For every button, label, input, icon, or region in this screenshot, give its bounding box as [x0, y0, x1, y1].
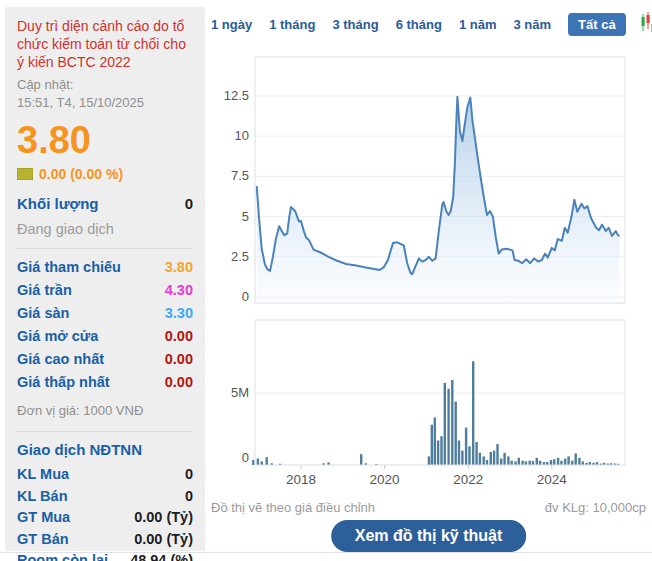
chart-footnotes: Đồ thị vẽ theo giá điều chỉnh đv KLg: 10… — [211, 500, 646, 515]
reference-row-label: Giá mở cửa — [17, 328, 98, 344]
svg-text:12.5: 12.5 — [224, 88, 249, 103]
time-range-buttons: 1 ngày1 tháng3 tháng6 tháng1 năm3 năm — [211, 17, 551, 32]
reference-row: Giá cao nhất0.00 — [17, 347, 193, 370]
price-change-value: 0.00 (0.00 %) — [39, 166, 123, 182]
reference-row: Giá trần4.30 — [17, 278, 193, 301]
range-button[interactable]: 6 tháng — [396, 17, 442, 32]
reference-row: Giá tham chiếu3.80 — [17, 255, 193, 278]
range-button-all[interactable]: Tất cả — [568, 13, 626, 36]
foreign-row-label: KL Mua — [17, 466, 69, 482]
svg-text:2018: 2018 — [286, 472, 316, 487]
update-time: 15:51, T4, 15/10/2025 — [17, 95, 144, 110]
reference-row-label: Giá trần — [17, 282, 72, 298]
foreign-trade-header: Giao dịch NĐTNN — [17, 441, 193, 458]
foreign-row-value: 48.94 (%) — [130, 552, 193, 561]
divider — [17, 431, 193, 432]
technical-chart-button[interactable]: Xem đồ thị kỹ thuật — [331, 520, 527, 552]
volume-value: 0 — [185, 195, 193, 212]
reference-row: Giá thấp nhất0.00 — [17, 370, 193, 393]
foreign-row: KL Bán0 — [17, 485, 193, 507]
update-info: Cập nhật: 15:51, T4, 15/10/2025 — [17, 76, 193, 114]
svg-text:2024: 2024 — [537, 472, 568, 487]
alert-title[interactable]: Duy trì diện cảnh cáo do tổ chức kiểm to… — [17, 17, 193, 72]
reference-row-value: 4.30 — [165, 282, 193, 298]
foreign-row-label: GT Bán — [17, 531, 69, 547]
svg-text:5: 5 — [242, 209, 249, 224]
foreign-row: GT Mua0.00 (Tỷ) — [17, 506, 193, 528]
foreign-row: GT Bán0.00 (Tỷ) — [17, 528, 193, 550]
foreign-row-value: 0 — [185, 488, 193, 504]
reference-price-table: Giá tham chiếu3.80Giá trần4.30Giá sàn3.3… — [17, 255, 193, 393]
foreign-row-value: 0.00 (Tỷ) — [134, 531, 193, 547]
foreign-row-value: 0 — [185, 466, 193, 482]
range-button[interactable]: 3 tháng — [332, 17, 378, 32]
price-unit-note: Đơn vị giá: 1000 VNĐ — [17, 403, 193, 418]
chart-panel: 12.5107.552.505M02018202020222024 1 ngày… — [205, 0, 652, 561]
reference-row: Giá mở cửa0.00 — [17, 324, 193, 347]
reference-row-value: 0.00 — [165, 351, 193, 367]
svg-text:10: 10 — [235, 128, 249, 143]
reference-row-value: 3.80 — [165, 259, 193, 275]
svg-text:2.5: 2.5 — [231, 249, 249, 264]
price-volume-charts: 12.5107.552.505M02018202020222024 — [205, 0, 652, 561]
range-button[interactable]: 1 tháng — [269, 17, 315, 32]
reference-row-value: 0.00 — [165, 374, 193, 390]
foreign-row-value: 0.00 (Tỷ) — [134, 509, 193, 525]
svg-text:5M: 5M — [231, 385, 249, 400]
foreign-row-label: GT Mua — [17, 509, 70, 525]
unchanged-square-icon — [17, 168, 33, 180]
svg-text:0: 0 — [242, 450, 249, 465]
volume-label: Khối lượng — [17, 195, 99, 212]
range-button[interactable]: 3 năm — [513, 17, 551, 32]
stock-widget: Duy trì diện cảnh cáo do tổ chức kiểm to… — [0, 0, 652, 561]
svg-text:2020: 2020 — [370, 472, 400, 487]
bottom-divider — [0, 552, 652, 553]
svg-text:0: 0 — [242, 289, 249, 304]
reference-row-value: 3.30 — [165, 305, 193, 321]
reference-row-label: Giá cao nhất — [17, 351, 104, 367]
reference-row: Giá sàn3.30 — [17, 301, 193, 324]
reference-row-label: Giá sàn — [17, 305, 69, 321]
foreign-row-label: KL Bán — [17, 488, 68, 504]
sidebar: Duy trì diện cảnh cáo do tổ chức kiểm to… — [5, 7, 205, 551]
range-button[interactable]: 1 ngày — [211, 17, 252, 32]
update-label: Cập nhật: — [17, 77, 73, 92]
candlestick-chart-icon[interactable] — [641, 11, 652, 39]
reference-row-label: Giá thấp nhất — [17, 374, 110, 390]
svg-text:7.5: 7.5 — [231, 168, 249, 183]
last-price: 3.80 — [17, 121, 193, 161]
divider — [17, 248, 193, 249]
foreign-row: KL Mua0 — [17, 463, 193, 485]
reference-row-value: 0.00 — [165, 328, 193, 344]
time-range-row: 1 ngày1 tháng3 tháng6 tháng1 năm3 năm Tấ… — [211, 9, 652, 39]
volume-unit-note: đv KLg: 10,000cp — [545, 500, 646, 515]
foreign-trade-table: KL Mua0KL Bán0GT Mua0.00 (Tỷ)GT Bán0.00 … — [17, 463, 193, 561]
range-button[interactable]: 1 năm — [459, 17, 497, 32]
foreign-row-label: Room còn lại — [17, 552, 108, 561]
svg-text:2022: 2022 — [453, 472, 483, 487]
volume-row: Khối lượng 0 — [17, 195, 193, 212]
price-change: 0.00 (0.00 %) — [17, 166, 193, 182]
adjusted-price-note: Đồ thị vẽ theo giá điều chỉnh — [211, 500, 375, 515]
session-status: Đang giao dịch — [17, 221, 193, 237]
reference-row-label: Giá tham chiếu — [17, 259, 121, 275]
